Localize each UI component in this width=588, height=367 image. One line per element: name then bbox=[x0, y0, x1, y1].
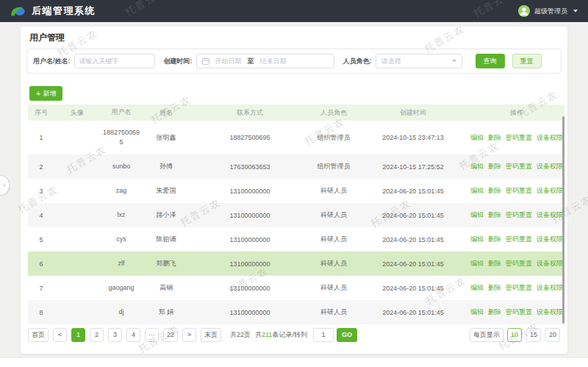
cell-name: 郑鹏飞 bbox=[143, 252, 190, 276]
page-button-4[interactable]: 4 bbox=[126, 328, 140, 342]
add-user-button[interactable]: + 新增 bbox=[29, 86, 62, 101]
device-permission-link[interactable]: 设备权限 bbox=[537, 186, 563, 196]
device-permission-link[interactable]: 设备权限 bbox=[537, 283, 563, 293]
delete-link[interactable]: 删除 bbox=[488, 259, 501, 268]
delete-link[interactable]: 删除 bbox=[488, 235, 501, 244]
page-size-10[interactable]: 10 bbox=[507, 328, 522, 342]
user-name: 超级管理员 bbox=[534, 7, 567, 16]
cell-username: zlf bbox=[100, 252, 143, 276]
table-row-highlighted[interactable]: 6 zlf 郑鹏飞 13100000000 科研人员 2024-06-20 15… bbox=[28, 252, 564, 276]
page-size-15[interactable]: 15 bbox=[526, 328, 541, 342]
device-permission-link[interactable]: 设备权限 bbox=[537, 307, 563, 317]
cell-contact: 13100000000 bbox=[190, 203, 310, 227]
cell-role: 科研人员 bbox=[310, 276, 357, 300]
delete-link[interactable]: 删除 bbox=[488, 283, 501, 293]
end-date-placeholder[interactable]: 结束日期 bbox=[260, 57, 287, 66]
delete-link[interactable]: 删除 bbox=[488, 186, 501, 196]
table-row[interactable]: 8 dj 郑 娟 13100000000 科研人员 2024-06-20 15:… bbox=[28, 300, 564, 324]
reset-button[interactable]: 重置 bbox=[512, 54, 542, 68]
date-range-picker[interactable]: 开始日期 至 结束日期 bbox=[196, 54, 334, 68]
cell-created: 2024-06-20 15:01:45 bbox=[357, 276, 469, 300]
reset-password-link[interactable]: 密码重置 bbox=[506, 307, 532, 317]
edit-link[interactable]: 编辑 bbox=[470, 162, 484, 171]
app-logo-icon bbox=[10, 5, 25, 18]
reset-password-link[interactable]: 密码重置 bbox=[506, 283, 532, 293]
role-select[interactable]: 请选择 bbox=[376, 54, 462, 68]
cell-role: 科研人员 bbox=[310, 300, 357, 324]
page-button-2[interactable]: 2 bbox=[90, 328, 104, 342]
table-row[interactable]: 7 gaogang 高钢 13100000000 科研人员 2024-06-20… bbox=[28, 276, 564, 300]
chevron-down-icon bbox=[452, 60, 456, 63]
edit-link[interactable]: 编辑 bbox=[470, 307, 484, 317]
table-row[interactable]: 3 zag 朱爱国 13100000000 科研人员 2024-06-20 15… bbox=[28, 179, 564, 203]
device-permission-link[interactable]: 设备权限 bbox=[537, 162, 563, 171]
user-table: 序号 头像 用户名 姓名 联系方式 人员角色 创建时间 操作 1 1882750… bbox=[28, 104, 564, 324]
device-permission-link[interactable]: 设备权限 bbox=[537, 210, 563, 220]
cell-index: 2 bbox=[28, 154, 54, 179]
prev-page-button[interactable]: < bbox=[53, 328, 67, 342]
cell-contact: 13100000000 bbox=[190, 179, 310, 203]
table-row[interactable]: 5 cys 陈贻诵 13100000000 科研人员 2024-06-20 15… bbox=[28, 227, 564, 252]
cell-contact: 18827500695 bbox=[190, 121, 310, 154]
user-menu[interactable]: 超级管理员 bbox=[518, 5, 578, 17]
cell-username: gaogang bbox=[100, 276, 143, 300]
start-date-placeholder[interactable]: 开始日期 bbox=[215, 57, 242, 66]
cell-contact: 13100000000 bbox=[190, 300, 310, 324]
cell-role: 科研人员 bbox=[310, 179, 357, 203]
add-button-label: 新增 bbox=[43, 89, 56, 99]
reset-password-link[interactable]: 密码重置 bbox=[506, 235, 532, 244]
page-button-3[interactable]: 3 bbox=[108, 328, 122, 342]
cell-index: 4 bbox=[28, 203, 54, 227]
reset-password-link[interactable]: 密码重置 bbox=[506, 186, 532, 196]
filter-bar: 用户名/姓名: 创建时间: 开始日期 至 结束日期 人员角色: 请选择 查询 bbox=[26, 49, 562, 74]
go-button[interactable]: GO bbox=[337, 328, 357, 342]
device-permission-link[interactable]: 设备权限 bbox=[537, 133, 563, 143]
delete-link[interactable]: 删除 bbox=[488, 162, 501, 171]
cell-index: 1 bbox=[28, 121, 54, 154]
cell-created: 2024-06-20 15:01:45 bbox=[357, 179, 469, 203]
page-button-1[interactable]: 1 bbox=[71, 328, 85, 342]
edit-link[interactable]: 编辑 bbox=[470, 210, 484, 220]
edit-link[interactable]: 编辑 bbox=[470, 133, 484, 143]
cell-role: 组织管理员 bbox=[310, 121, 357, 154]
delete-link[interactable]: 删除 bbox=[488, 133, 501, 143]
cell-contact: 17630063653 bbox=[190, 154, 310, 179]
table-row[interactable]: 2 sunbo 孙博 17630063653 组织管理员 2024-10-15 … bbox=[28, 154, 564, 179]
sidebar-expand-toggle[interactable]: › bbox=[0, 175, 10, 196]
device-permission-link[interactable]: 设备权限 bbox=[537, 235, 563, 244]
next-page-button[interactable]: > bbox=[182, 328, 196, 342]
keyword-input[interactable] bbox=[74, 54, 155, 68]
reset-password-link[interactable]: 密码重置 bbox=[506, 210, 532, 220]
cell-name: 郑 娟 bbox=[143, 300, 190, 324]
table-row[interactable]: 1 18827500695 张明鑫 18827500695 组织管理员 2024… bbox=[28, 121, 564, 154]
cell-name: 孙博 bbox=[143, 154, 190, 179]
reset-password-link[interactable]: 密码重置 bbox=[506, 259, 532, 268]
last-page-button[interactable]: 末页 bbox=[201, 328, 221, 342]
delete-link[interactable]: 删除 bbox=[488, 307, 501, 317]
col-index: 序号 bbox=[28, 104, 54, 121]
ellipsis-button[interactable]: ··· bbox=[145, 328, 159, 342]
user-avatar[interactable] bbox=[518, 5, 530, 17]
delete-link[interactable]: 删除 bbox=[488, 210, 501, 220]
first-page-button[interactable]: 首页 bbox=[28, 328, 49, 342]
goto-page-input[interactable] bbox=[313, 328, 334, 342]
page-title: 用户管理 bbox=[29, 32, 65, 44]
cell-created: 2024-10-15 17:25:52 bbox=[357, 154, 469, 179]
reset-password-link[interactable]: 密码重置 bbox=[506, 133, 532, 143]
cell-role: 科研人员 bbox=[310, 227, 357, 252]
table-row[interactable]: 4 lxz 路小泽 13100000000 科研人员 2024-06-20 15… bbox=[28, 203, 564, 227]
reset-password-link[interactable]: 密码重置 bbox=[506, 162, 532, 171]
page-size-20[interactable]: 20 bbox=[545, 328, 560, 342]
edit-link[interactable]: 编辑 bbox=[470, 283, 484, 293]
cell-created: 2024-06-20 15:01:45 bbox=[357, 300, 469, 324]
search-button[interactable]: 查询 bbox=[476, 54, 505, 68]
vertical-scrollbar[interactable] bbox=[562, 116, 564, 324]
page-button-22[interactable]: 22 bbox=[163, 328, 178, 342]
edit-link[interactable]: 编辑 bbox=[470, 235, 484, 244]
cell-username: lxz bbox=[100, 203, 143, 227]
edit-link[interactable]: 编辑 bbox=[470, 259, 484, 268]
cell-role: 科研人员 bbox=[310, 203, 357, 227]
cell-avatar bbox=[54, 276, 100, 300]
device-permission-link[interactable]: 设备权限 bbox=[537, 259, 563, 268]
edit-link[interactable]: 编辑 bbox=[470, 186, 484, 196]
